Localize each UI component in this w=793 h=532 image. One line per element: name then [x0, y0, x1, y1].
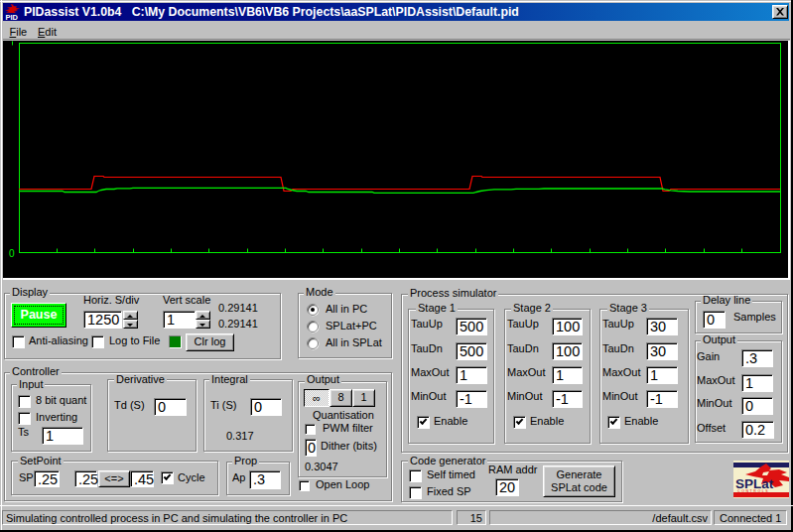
svg-text:0: 0 — [9, 248, 15, 259]
svg-text:CONTROLS: CONTROLS — [737, 489, 769, 493]
svg-text:PID: PID — [6, 13, 19, 21]
